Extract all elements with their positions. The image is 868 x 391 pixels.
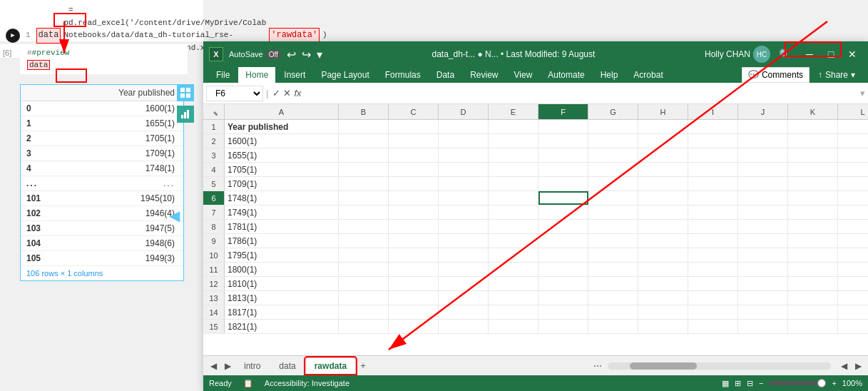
cell-a3[interactable]: 1655(1) bbox=[225, 148, 339, 162]
cell-f2[interactable] bbox=[538, 134, 588, 148]
cell-l2[interactable] bbox=[838, 134, 868, 148]
maximize-button[interactable]: □ bbox=[821, 44, 841, 64]
cell-f1[interactable] bbox=[538, 120, 588, 133]
tab-page-layout[interactable]: Page Layout bbox=[314, 67, 376, 83]
run-cell-button[interactable]: ▶ bbox=[6, 29, 20, 43]
tab-help[interactable]: Help bbox=[593, 67, 626, 83]
row-number-15[interactable]: 15 bbox=[203, 320, 225, 333]
row-number-12[interactable]: 12 bbox=[203, 277, 225, 290]
cell-c1[interactable] bbox=[389, 120, 439, 133]
minimize-button[interactable]: ─ bbox=[800, 44, 820, 64]
view-pagebreak-icon[interactable]: ⊟ bbox=[747, 379, 753, 388]
zoom-in-icon[interactable]: + bbox=[832, 379, 836, 387]
scroll-left-sheet[interactable]: ◀ bbox=[837, 359, 851, 373]
cell-h1[interactable] bbox=[638, 120, 688, 133]
tab-file[interactable]: File bbox=[209, 67, 237, 83]
formula-input[interactable] bbox=[305, 87, 857, 100]
cross-icon[interactable]: ✕ bbox=[283, 88, 291, 98]
view-layout-icon[interactable]: ⊞ bbox=[735, 379, 741, 388]
autosave-toggle[interactable]: Off bbox=[266, 50, 281, 59]
search-icon[interactable]: 🔍 bbox=[779, 49, 791, 60]
cell-b2[interactable] bbox=[339, 134, 389, 148]
share-button[interactable]: ↑ Share ▾ bbox=[811, 67, 862, 83]
cell-i1[interactable] bbox=[688, 120, 738, 133]
row-number-4[interactable]: 4 bbox=[203, 163, 225, 176]
add-sheet-button[interactable]: + bbox=[356, 359, 370, 373]
fx-icon[interactable]: fx bbox=[294, 88, 301, 98]
column-header-h[interactable]: H bbox=[638, 104, 688, 119]
tab-formulas[interactable]: Formulas bbox=[378, 67, 428, 83]
sheet-scroll-right[interactable]: ▶ bbox=[220, 359, 235, 373]
column-header-b[interactable]: B bbox=[339, 104, 389, 119]
cell-j1[interactable] bbox=[738, 120, 788, 133]
row-number-13[interactable]: 13 bbox=[203, 291, 225, 305]
cell-c2[interactable] bbox=[389, 134, 439, 148]
column-header-a[interactable]: A bbox=[225, 104, 339, 119]
cell-e1[interactable] bbox=[489, 120, 538, 133]
zoom-slider[interactable] bbox=[769, 381, 826, 385]
cell-a7[interactable]: 1749(1) bbox=[225, 205, 339, 219]
close-button[interactable]: ✕ bbox=[842, 44, 862, 64]
cell-a8[interactable]: 1781(1) bbox=[225, 220, 339, 233]
column-header-i[interactable]: I bbox=[688, 104, 738, 119]
row-number-10[interactable]: 10 bbox=[203, 248, 225, 262]
autosave-control[interactable]: AutoSave Off bbox=[229, 50, 281, 59]
sheet-tab-rawdata[interactable]: rawdata bbox=[305, 357, 356, 374]
sheet-tab-data[interactable]: data bbox=[270, 357, 305, 375]
row-number-1[interactable]: 1 bbox=[203, 120, 225, 133]
cell-g2[interactable] bbox=[588, 134, 638, 148]
row-number-6[interactable]: 6 bbox=[203, 191, 225, 205]
quick-save-icon[interactable]: ▾ bbox=[317, 48, 322, 61]
cell-reference-box[interactable]: F6 bbox=[206, 86, 263, 101]
sheet-options[interactable]: ⋯ bbox=[593, 361, 602, 371]
column-header-g[interactable]: G bbox=[588, 104, 638, 119]
column-header-k[interactable]: K bbox=[788, 104, 838, 119]
cell-a1[interactable]: Year published bbox=[225, 120, 339, 133]
tab-view[interactable]: View bbox=[507, 67, 540, 83]
horizontal-scrollbar[interactable] bbox=[608, 362, 831, 370]
tab-automate[interactable]: Automate bbox=[541, 67, 591, 83]
tab-acrobat[interactable]: Acrobat bbox=[626, 67, 670, 83]
row-number-5[interactable]: 5 bbox=[203, 177, 225, 191]
redo-icon[interactable]: ↪ bbox=[302, 48, 311, 61]
row-number-14[interactable]: 14 bbox=[203, 305, 225, 319]
cell-a10[interactable]: 1795(1) bbox=[225, 248, 339, 262]
cell-a5[interactable]: 1709(1) bbox=[225, 177, 339, 191]
cell-j2[interactable] bbox=[738, 134, 788, 148]
cell-a2[interactable]: 1600(1) bbox=[225, 134, 339, 148]
row-number-7[interactable]: 7 bbox=[203, 205, 225, 219]
cell-f6[interactable] bbox=[538, 191, 588, 205]
cell-a15[interactable]: 1821(1) bbox=[225, 320, 339, 333]
cell-d1[interactable] bbox=[439, 120, 489, 133]
cell-i2[interactable] bbox=[688, 134, 738, 148]
cell-a13[interactable]: 1813(1) bbox=[225, 291, 339, 305]
row-number-9[interactable]: 9 bbox=[203, 234, 225, 248]
cell-b1[interactable] bbox=[339, 120, 389, 133]
column-header-e[interactable]: E bbox=[489, 104, 538, 119]
cell-a11[interactable]: 1800(1) bbox=[225, 263, 339, 276]
formula-expand-icon[interactable]: ▾ bbox=[860, 88, 865, 98]
chart-view-icon[interactable] bbox=[177, 106, 194, 123]
row-number-3[interactable]: 3 bbox=[203, 148, 225, 162]
column-header-l[interactable]: L bbox=[838, 104, 868, 119]
cell-a6[interactable]: 1748(1) bbox=[225, 191, 339, 205]
zoom-out-icon[interactable]: − bbox=[759, 379, 763, 387]
cell-k2[interactable] bbox=[788, 134, 838, 148]
cell-g1[interactable] bbox=[588, 120, 638, 133]
view-toggle-icons[interactable] bbox=[177, 84, 194, 123]
row-number-11[interactable]: 11 bbox=[203, 263, 225, 276]
sheet-scroll-left[interactable]: ◀ bbox=[206, 359, 220, 373]
window-controls[interactable]: ─ □ ✕ bbox=[800, 44, 862, 64]
column-header-d[interactable]: D bbox=[439, 104, 489, 119]
cell-k1[interactable] bbox=[788, 120, 838, 133]
sheet-tab-intro[interactable]: intro bbox=[235, 357, 270, 375]
tab-home[interactable]: Home bbox=[238, 67, 275, 83]
cell-e2[interactable] bbox=[489, 134, 538, 148]
cell-a12[interactable]: 1810(1) bbox=[225, 277, 339, 290]
checkmark-icon[interactable]: ✓ bbox=[272, 88, 280, 98]
row-number-8[interactable]: 8 bbox=[203, 220, 225, 233]
cell-l1[interactable] bbox=[838, 120, 868, 133]
cell-a9[interactable]: 1786(1) bbox=[225, 234, 339, 248]
cell-a4[interactable]: 1705(1) bbox=[225, 163, 339, 176]
table-view-icon[interactable] bbox=[177, 84, 194, 101]
